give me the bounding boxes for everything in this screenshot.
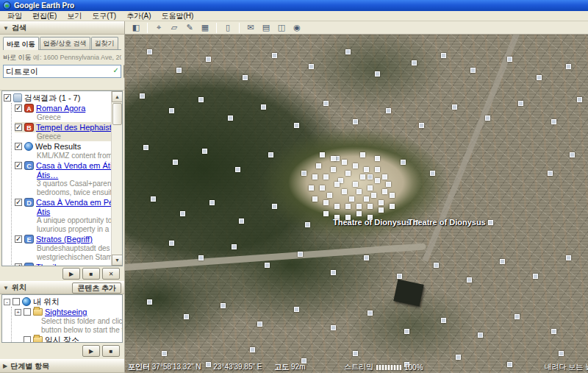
result-link[interactable]: Casa À Venda em Pétra- Nórdic bbox=[36, 197, 111, 207]
placemark-label[interactable]: Theatre of Dionysus bbox=[333, 218, 418, 227]
photo-placemark-icon[interactable] bbox=[345, 204, 351, 209]
photo-placemark-icon[interactable] bbox=[334, 204, 340, 209]
photo-placemark-icon[interactable] bbox=[268, 152, 273, 157]
photo-placemark-icon[interactable] bbox=[209, 200, 215, 205]
search-panel-header[interactable]: ▼ 검색 bbox=[0, 21, 124, 35]
photo-placemark-icon[interactable] bbox=[331, 156, 336, 161]
photo-placemark-icon[interactable] bbox=[257, 322, 262, 327]
photo-placemark-icon[interactable] bbox=[368, 185, 373, 191]
photo-placemark-icon[interactable] bbox=[371, 193, 376, 198]
photo-placemark-icon[interactable] bbox=[577, 97, 582, 102]
photo-placemark-icon[interactable] bbox=[368, 174, 373, 180]
photo-placemark-icon[interactable] bbox=[301, 171, 306, 176]
stop-tour-button[interactable]: ■ bbox=[82, 268, 100, 280]
photo-placemark-icon[interactable] bbox=[364, 196, 369, 202]
photo-placemark-icon[interactable] bbox=[331, 270, 336, 275]
photo-placemark-icon[interactable] bbox=[176, 68, 182, 73]
photo-placemark-icon[interactable] bbox=[265, 263, 270, 268]
photo-placemark-icon[interactable] bbox=[368, 310, 373, 316]
photo-placemark-icon[interactable] bbox=[312, 174, 318, 180]
photo-placemark-icon[interactable] bbox=[220, 303, 226, 308]
result-link[interactable]: Tempel des Hephaistos bbox=[36, 122, 111, 132]
email-icon[interactable]: ✉ bbox=[244, 22, 257, 34]
map-viewport[interactable]: Theatre of DionysusTheatre of Dionysus 포… bbox=[125, 35, 588, 373]
photo-placemark-icon[interactable] bbox=[298, 252, 303, 257]
add-image-overlay-icon[interactable]: ▦ bbox=[198, 22, 212, 34]
result-link-wrap[interactable]: Átis… bbox=[37, 171, 111, 180]
photo-placemark-icon[interactable] bbox=[452, 104, 457, 110]
photo-placemark-icon[interactable] bbox=[345, 171, 351, 176]
temporary-places-row[interactable]: 임시 장소 bbox=[15, 335, 122, 343]
photo-placemark-icon[interactable] bbox=[441, 318, 446, 323]
result-checkbox[interactable] bbox=[15, 124, 22, 131]
photo-placemark-icon[interactable] bbox=[404, 329, 409, 334]
photo-placemark-icon[interactable] bbox=[250, 347, 255, 352]
scroll-up-arrow-icon[interactable]: ▲ bbox=[112, 91, 123, 102]
photo-placemark-icon[interactable] bbox=[309, 185, 314, 191]
photo-placemark-icon[interactable] bbox=[162, 351, 167, 356]
play-tour-button[interactable]: ▶ bbox=[62, 268, 80, 280]
photo-placemark-icon[interactable] bbox=[514, 314, 520, 319]
photo-placemark-icon[interactable] bbox=[379, 207, 384, 213]
add-path-icon[interactable]: ✎ bbox=[183, 22, 196, 34]
photo-placemark-icon[interactable] bbox=[537, 75, 542, 80]
photo-placemark-icon[interactable] bbox=[430, 171, 435, 176]
photo-placemark-icon[interactable] bbox=[169, 241, 174, 246]
sightseeing-checkbox[interactable] bbox=[24, 308, 31, 316]
result-checkbox[interactable] bbox=[15, 104, 22, 112]
photo-placemark-icon[interactable] bbox=[305, 222, 310, 227]
photo-placemark-icon[interactable] bbox=[243, 75, 248, 80]
photo-placemark-icon[interactable] bbox=[180, 211, 185, 216]
my-places-row[interactable]: - 내 위치 bbox=[4, 296, 122, 307]
photo-placemark-icon[interactable] bbox=[434, 263, 439, 268]
photo-placemark-icon[interactable] bbox=[342, 189, 347, 194]
view-in-maps-icon[interactable]: ◉ bbox=[290, 22, 304, 34]
photo-placemark-icon[interactable] bbox=[147, 299, 152, 305]
photo-placemark-icon[interactable] bbox=[320, 185, 325, 191]
tab-2[interactable]: 길찾기 bbox=[91, 37, 118, 49]
photo-placemark-icon[interactable] bbox=[331, 325, 336, 330]
photo-placemark-icon[interactable] bbox=[143, 145, 148, 150]
photo-placemark-icon[interactable] bbox=[232, 244, 237, 249]
temporary-places-checkbox[interactable] bbox=[24, 336, 31, 343]
photo-placemark-icon[interactable] bbox=[456, 355, 461, 360]
photo-placemark-icon[interactable] bbox=[147, 49, 152, 54]
menu-item-1[interactable]: 편집(E) bbox=[28, 11, 61, 21]
layers-panel-header[interactable]: ▶ 단계별 항목 bbox=[0, 359, 124, 373]
photo-placemark-icon[interactable] bbox=[173, 160, 178, 165]
places-panel-header[interactable]: ▼ 위치 콘텐츠 추가 bbox=[0, 281, 124, 294]
menu-item-3[interactable]: 도구(T) bbox=[87, 11, 121, 21]
photo-placemark-icon[interactable] bbox=[356, 189, 362, 194]
photo-placemark-icon[interactable] bbox=[533, 274, 538, 279]
photo-placemark-icon[interactable] bbox=[548, 171, 553, 176]
title-bar[interactable]: Google Earth Pro bbox=[0, 0, 588, 11]
my-places-checkbox[interactable] bbox=[12, 298, 20, 305]
photo-placemark-icon[interactable] bbox=[353, 351, 358, 356]
result-link-cont[interactable]: Átis bbox=[37, 207, 50, 216]
tab-0[interactable]: 바로 이동 bbox=[3, 37, 39, 50]
photo-placemark-icon[interactable] bbox=[345, 49, 351, 54]
photo-placemark-icon[interactable] bbox=[478, 333, 483, 338]
print-icon[interactable]: ▤ bbox=[259, 22, 273, 34]
photo-placemark-icon[interactable] bbox=[323, 174, 329, 180]
photo-placemark-icon[interactable] bbox=[551, 119, 556, 124]
result-checkbox[interactable] bbox=[15, 143, 22, 150]
photo-placemark-icon[interactable] bbox=[323, 200, 329, 205]
photo-placemark-icon[interactable] bbox=[184, 314, 189, 319]
placemark-label[interactable]: Theatre of Dionysus bbox=[408, 218, 493, 227]
photo-placemark-icon[interactable] bbox=[390, 193, 395, 198]
photo-placemark-icon[interactable] bbox=[356, 204, 362, 209]
photo-placemark-icon[interactable] bbox=[412, 60, 417, 65]
photo-placemark-icon[interactable] bbox=[294, 307, 299, 312]
result-row-group[interactable]: Web Results bbox=[15, 141, 111, 152]
play-tour-button[interactable]: ▶ bbox=[82, 345, 100, 357]
result-row-A[interactable]: ARoman Agora bbox=[15, 103, 111, 113]
photo-placemark-icon[interactable] bbox=[323, 101, 329, 106]
photo-placemark-icon[interactable] bbox=[379, 200, 384, 205]
photo-placemark-icon[interactable] bbox=[368, 204, 373, 209]
photo-placemark-icon[interactable] bbox=[261, 104, 266, 110]
photo-placemark-icon[interactable] bbox=[386, 182, 391, 187]
photo-placemark-icon[interactable] bbox=[316, 163, 321, 168]
stop-tour-button[interactable]: ■ bbox=[102, 345, 120, 357]
result-checkbox[interactable] bbox=[15, 235, 22, 243]
